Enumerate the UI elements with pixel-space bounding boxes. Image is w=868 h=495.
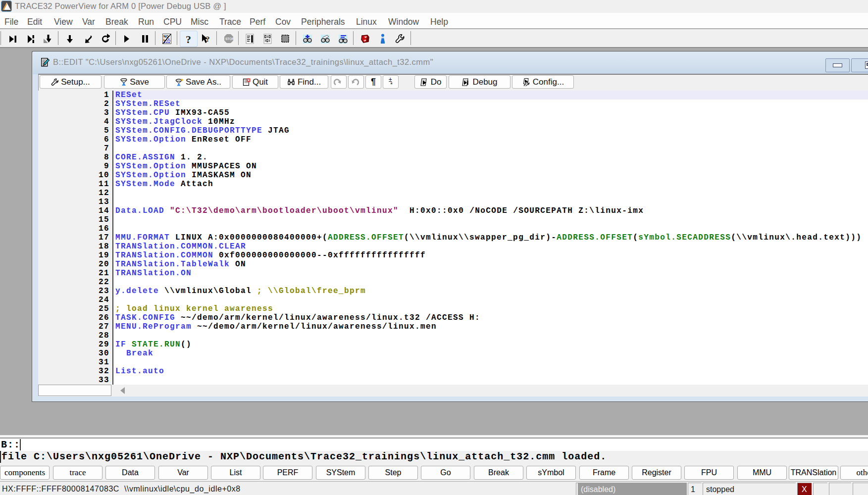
- svg-text:STOP: STOP: [225, 37, 234, 41]
- svg-text:?: ?: [186, 33, 191, 46]
- svg-text:?: ?: [206, 35, 210, 43]
